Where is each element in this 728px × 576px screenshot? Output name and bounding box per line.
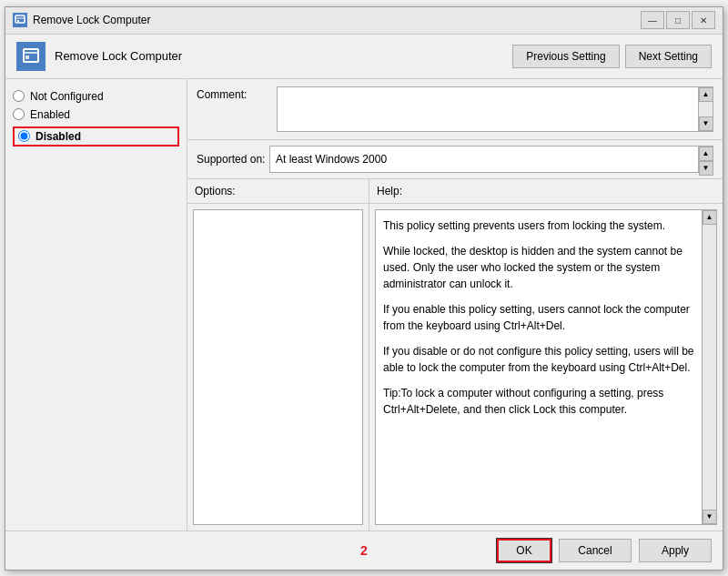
- help-paragraph-4: If you disable or do not configure this …: [383, 343, 709, 376]
- comment-label: Comment:: [197, 86, 269, 132]
- enabled-option[interactable]: Enabled: [13, 108, 179, 121]
- disabled-radio[interactable]: [18, 130, 30, 142]
- svg-rect-5: [25, 56, 29, 59]
- header-title: Remove Lock Computer: [55, 49, 512, 63]
- not-configured-radio[interactable]: [13, 90, 25, 102]
- help-header: Help:: [369, 179, 723, 204]
- help-scroll-track: [703, 225, 716, 510]
- svg-rect-2: [17, 20, 19, 22]
- window-icon: [13, 13, 27, 27]
- help-scroll-down[interactable]: ▼: [703, 510, 717, 524]
- header-icon: [16, 42, 46, 71]
- right-panel: Comment: ▲ ▼ Supported on: At least Wind…: [187, 79, 723, 531]
- next-setting-button[interactable]: Next Setting: [625, 45, 712, 68]
- svg-rect-0: [15, 15, 25, 23]
- help-scroll-up[interactable]: ▲: [703, 210, 717, 225]
- options-panel: Options:: [187, 179, 369, 531]
- help-paragraph-5: Tip:To lock a computer without configuri…: [383, 385, 709, 418]
- header-buttons: Previous Setting Next Setting: [512, 45, 712, 68]
- supported-scroll-up[interactable]: ▲: [699, 147, 713, 161]
- scroll-down-arrow[interactable]: ▼: [699, 116, 713, 131]
- comment-scrollbar[interactable]: ▲ ▼: [698, 87, 713, 131]
- footer-number: 2: [360, 543, 368, 558]
- supported-scrollbar[interactable]: ▲ ▼: [698, 147, 713, 172]
- close-button[interactable]: ✕: [692, 11, 715, 29]
- supported-scroll-down[interactable]: ▼: [699, 161, 713, 176]
- scroll-track: [699, 102, 713, 116]
- options-content: [193, 209, 363, 525]
- not-configured-option[interactable]: Not Configured: [13, 90, 179, 103]
- supported-section: Supported on: At least Windows 2000 ▲ ▼: [187, 140, 723, 179]
- help-text: This policy setting prevents users from …: [383, 217, 709, 418]
- enabled-label: Enabled: [30, 108, 70, 121]
- help-scrollbar[interactable]: ▲ ▼: [702, 210, 716, 524]
- comment-box[interactable]: ▲ ▼: [277, 86, 713, 132]
- supported-box: At least Windows 2000 ▲ ▼: [269, 146, 713, 173]
- supported-label: Supported on:: [197, 153, 269, 166]
- main-window: Remove Lock Computer — □ ✕ Remove Lock C…: [5, 6, 723, 571]
- scroll-up-arrow[interactable]: ▲: [699, 87, 713, 102]
- title-bar-controls: — □ ✕: [641, 11, 715, 29]
- not-configured-label: Not Configured: [30, 90, 104, 103]
- options-header: Options:: [187, 179, 369, 204]
- bottom-panels: Options: Help: This policy setting preve…: [187, 179, 723, 531]
- title-bar: Remove Lock Computer — □ ✕: [5, 7, 723, 35]
- help-paragraph-2: While locked, the desktop is hidden and …: [383, 243, 709, 292]
- enabled-radio[interactable]: [13, 108, 25, 120]
- ok-button[interactable]: OK: [497, 539, 551, 562]
- supported-value: At least Windows 2000: [276, 153, 387, 166]
- help-paragraph-3: If you enable this policy setting, users…: [383, 301, 709, 334]
- comment-section: Comment: ▲ ▼: [187, 79, 723, 140]
- disabled-label: Disabled: [35, 130, 81, 143]
- footer: 2 OK Cancel Apply: [5, 531, 723, 570]
- radio-group: Not Configured Enabled Disabled: [13, 90, 179, 147]
- left-panel: Not Configured Enabled Disabled: [5, 79, 187, 531]
- cancel-button[interactable]: Cancel: [559, 539, 632, 562]
- apply-button[interactable]: Apply: [639, 539, 712, 562]
- window-title: Remove Lock Computer: [33, 14, 641, 26]
- header-bar: Remove Lock Computer Previous Setting Ne…: [5, 35, 723, 79]
- disabled-option[interactable]: Disabled: [13, 126, 179, 147]
- help-panel: Help: This policy setting prevents users…: [369, 179, 723, 531]
- help-paragraph-1: This policy setting prevents users from …: [383, 217, 709, 234]
- minimize-button[interactable]: —: [641, 11, 664, 29]
- maximize-button[interactable]: □: [666, 11, 690, 29]
- content-area: Not Configured Enabled Disabled Comment:: [5, 79, 723, 531]
- help-content: This policy setting prevents users from …: [375, 209, 717, 525]
- previous-setting-button[interactable]: Previous Setting: [512, 45, 619, 68]
